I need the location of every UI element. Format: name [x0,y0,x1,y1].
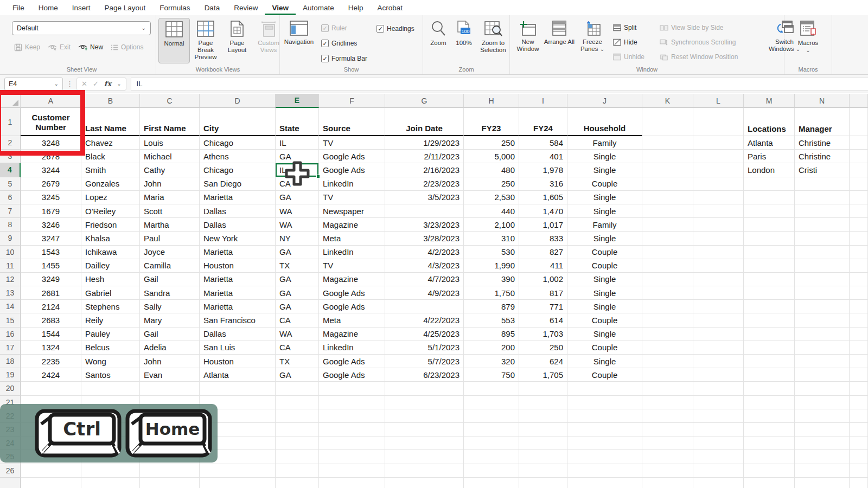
column-header-M[interactable]: M [744,94,795,108]
cell-E4[interactable]: IL [276,163,319,177]
cell-E22[interactable] [276,409,319,423]
cell-C9[interactable]: Paul [140,232,200,245]
cell-J9[interactable]: Single [567,232,642,245]
cell-B12[interactable]: Hesh [81,273,140,286]
cell-G4[interactable]: 2/16/2023 [385,163,464,177]
gridlines-checkbox[interactable]: ✓ Gridlines [321,37,376,49]
cell-C1[interactable]: First Name [140,108,200,136]
split-button[interactable]: Split [613,21,653,34]
cell-D8[interactable]: Dallas [200,218,276,232]
cell-K8[interactable] [642,218,693,232]
cell-M13[interactable] [744,286,795,300]
cell-D5[interactable]: San Diego [200,177,276,191]
cell-I9[interactable]: 833 [519,232,567,245]
tab-data[interactable]: Data [197,2,227,15]
cell-M14[interactable] [744,300,795,313]
cell-G16[interactable]: 4/25/2023 [385,328,464,341]
cell-L14[interactable] [693,300,744,313]
cell-B10[interactable]: Ichikawa [81,246,140,259]
tab-file[interactable]: File [5,2,31,15]
cell-H24[interactable] [464,436,519,450]
cell-H12[interactable]: 390 [464,273,519,286]
cell-H2[interactable]: 250 [464,136,519,150]
tab-automate[interactable]: Automate [296,2,341,15]
cell-J8[interactable]: Family [567,218,642,232]
cell-K14[interactable] [642,300,693,313]
cell-N1[interactable]: Manager [795,108,850,136]
cell-M25[interactable] [744,450,795,464]
cell-G1[interactable]: Join Date [385,108,464,136]
cell-H16[interactable]: 895 [464,328,519,341]
formula-bar-drag-handle[interactable]: ⋮ [66,80,73,88]
column-header-B[interactable]: B [81,94,140,108]
cell-H7[interactable]: 440 [464,204,519,218]
cell-M16[interactable] [744,328,795,341]
normal-view-button[interactable]: Normal [158,18,190,63]
cell-H6[interactable]: 2,530 [464,191,519,204]
cell-N18[interactable] [795,355,850,368]
cell-N3[interactable]: Christine [795,150,850,163]
cell-J2[interactable]: Family [567,136,642,150]
cell-I16[interactable]: 1,703 [519,328,567,341]
cell-E7[interactable]: WA [276,204,319,218]
cell-N24[interactable] [795,436,850,450]
new-sheet-view-button[interactable]: New [78,41,103,54]
cell-D26[interactable] [200,464,276,478]
cell-C11[interactable]: Camilla [140,259,200,273]
cell-D2[interactable]: Chicago [200,136,276,150]
column-header-L[interactable]: L [693,94,744,108]
cell-E5[interactable]: CA [276,177,319,191]
cell-J19[interactable]: Couple [567,368,642,382]
cell-B13[interactable]: Gabriel [81,286,140,300]
cell-J20[interactable] [567,382,642,395]
cell-E8[interactable]: WA [276,218,319,232]
cell-D9[interactable]: New York [200,232,276,245]
cell-I11[interactable]: 411 [519,259,567,273]
tab-home[interactable]: Home [31,2,65,15]
column-header-D[interactable]: D [200,94,276,108]
cell-D12[interactable]: Marietta [200,273,276,286]
cell-A8[interactable]: 3246 [21,218,81,232]
cell-E27[interactable] [276,478,319,488]
cell-I18[interactable]: 624 [519,355,567,368]
cell-N14[interactable] [795,300,850,313]
cell-I25[interactable] [519,450,567,464]
cell-B20[interactable] [81,382,140,395]
select-all-corner[interactable] [0,94,21,108]
cell-L25[interactable] [693,450,744,464]
cell-M19[interactable] [744,368,795,382]
cell-I5[interactable]: 316 [519,177,567,191]
cell-C7[interactable]: Scott [140,204,200,218]
cell-L4[interactable] [693,163,744,177]
cell-H17[interactable]: 200 [464,341,519,355]
cell-J4[interactable]: Single [567,163,642,177]
cell-A14[interactable]: 2124 [21,300,81,313]
cell-I12[interactable]: 1,002 [519,273,567,286]
row-header-2[interactable]: 2 [0,136,21,150]
cell-G23[interactable] [385,423,464,436]
cell-N2[interactable]: Christine [795,136,850,150]
page-break-preview-button[interactable]: Page Break Preview [190,18,221,61]
cell-N26[interactable] [795,464,850,478]
page-layout-button[interactable]: Page Layout [221,18,253,54]
cell-A2[interactable]: 3248 [21,136,81,150]
cell-M20[interactable] [744,382,795,395]
cell-L16[interactable] [693,328,744,341]
cell-L26[interactable] [693,464,744,478]
cell-C14[interactable]: Sally [140,300,200,313]
cell-B15[interactable]: Reily [81,313,140,327]
cell-D27[interactable] [200,478,276,488]
cell-F18[interactable]: Google Ads [319,355,385,368]
cell-F16[interactable]: Magazine [319,328,385,341]
cell-A7[interactable]: 1679 [21,204,81,218]
cell-M8[interactable] [744,218,795,232]
cell-I10[interactable]: 827 [519,246,567,259]
tab-review[interactable]: Review [227,2,265,15]
cell-J22[interactable] [567,409,642,423]
cell-M27[interactable] [744,478,795,488]
cell-N6[interactable] [795,191,850,204]
row-header-10[interactable]: 10 [0,246,21,259]
cell-B6[interactable]: Lopez [81,191,140,204]
row-header-14[interactable]: 14 [0,300,21,313]
cell-A26[interactable] [21,464,81,478]
